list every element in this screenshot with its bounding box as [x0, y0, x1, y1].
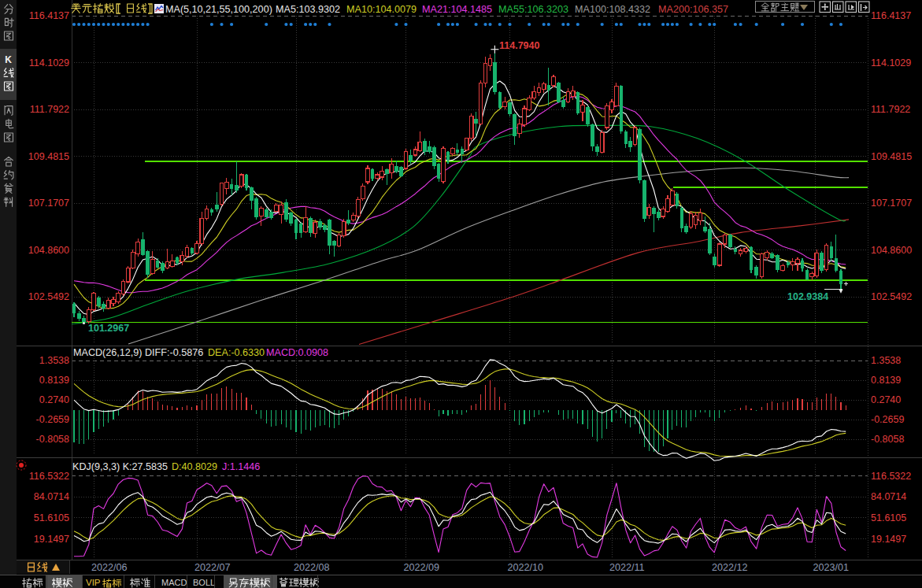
svg-text:0.2740: 0.2740 — [871, 394, 901, 405]
svg-text:2022/10: 2022/10 — [508, 562, 544, 573]
svg-text:MA(5,10,21,55,100,200): MA(5,10,21,55,100,200) — [165, 4, 272, 15]
svg-text:0.8139: 0.8139 — [39, 375, 69, 386]
svg-text:MACD: MACD — [161, 578, 187, 587]
svg-text:51.6105: 51.6105 — [871, 512, 906, 523]
svg-text:19.1497: 19.1497 — [34, 534, 69, 545]
svg-text:116.5322: 116.5322 — [29, 471, 69, 482]
svg-text:2022/07: 2022/07 — [194, 562, 231, 573]
svg-text:116.4137: 116.4137 — [29, 10, 69, 21]
svg-text:104.8600: 104.8600 — [871, 245, 912, 256]
svg-text:BOLL: BOLL — [193, 578, 215, 587]
svg-text:MA55:106.3203: MA55:106.3203 — [498, 4, 568, 15]
svg-text:84.0714: 84.0714 — [871, 491, 906, 502]
svg-text:104.8600: 104.8600 — [28, 245, 69, 256]
svg-text:51.6105: 51.6105 — [34, 512, 69, 523]
svg-text:102.5492: 102.5492 — [871, 291, 912, 302]
svg-text:KDJ(9,3,3) K:27.5835: KDJ(9,3,3) K:27.5835 — [72, 461, 168, 472]
svg-text:DEA:-0.6330: DEA:-0.6330 — [208, 347, 265, 358]
svg-text:-0.2659: -0.2659 — [871, 414, 904, 425]
svg-text:107.1707: 107.1707 — [871, 198, 912, 209]
svg-text:-0.8058: -0.8058 — [36, 434, 69, 445]
svg-text:101.2967: 101.2967 — [88, 323, 129, 334]
svg-text:102.9384: 102.9384 — [787, 291, 828, 302]
svg-text:107.1707: 107.1707 — [28, 198, 69, 209]
svg-text:D:40.8029: D:40.8029 — [172, 461, 217, 472]
svg-text:111.7922: 111.7922 — [871, 104, 910, 115]
svg-text:84.0714: 84.0714 — [34, 491, 69, 502]
svg-text:2022/06: 2022/06 — [91, 562, 128, 573]
svg-text:2022/11: 2022/11 — [609, 562, 645, 573]
svg-text:MA200:106.357: MA200:106.357 — [658, 4, 728, 15]
svg-text:114.7940: 114.7940 — [499, 40, 539, 51]
svg-text:MA100:108.4332: MA100:108.4332 — [575, 4, 650, 15]
svg-text:MA5:103.9302: MA5:103.9302 — [276, 4, 340, 15]
svg-text:102.5492: 102.5492 — [28, 291, 69, 302]
svg-text:116.5322: 116.5322 — [871, 471, 911, 482]
svg-text:-0.2659: -0.2659 — [36, 414, 69, 425]
svg-text:K: K — [5, 54, 12, 65]
svg-text:114.1029: 114.1029 — [871, 57, 911, 68]
svg-text:111.7922: 111.7922 — [30, 104, 69, 115]
svg-text:109.4815: 109.4815 — [28, 151, 69, 162]
svg-text:-0.8058: -0.8058 — [871, 434, 904, 445]
svg-text:109.4815: 109.4815 — [871, 151, 912, 162]
svg-text:2022/08: 2022/08 — [294, 562, 330, 573]
svg-text:MACD:0.0908: MACD:0.0908 — [266, 347, 328, 358]
svg-text:MACD(26,12,9) DIFF:-0.5876: MACD(26,12,9) DIFF:-0.5876 — [73, 347, 203, 358]
svg-text:0.8139: 0.8139 — [871, 375, 901, 386]
svg-text:1.3538: 1.3538 — [39, 355, 69, 366]
svg-text:1.3538: 1.3538 — [871, 355, 901, 366]
svg-text:0.2740: 0.2740 — [39, 394, 69, 405]
svg-text:116.4137: 116.4137 — [871, 10, 911, 21]
svg-text:19.1497: 19.1497 — [871, 534, 906, 545]
svg-text:VIP: VIP — [86, 578, 101, 587]
svg-text:114.1029: 114.1029 — [29, 57, 69, 68]
svg-text:J:1.1446: J:1.1446 — [222, 461, 260, 472]
svg-text:MA21:104.1485: MA21:104.1485 — [422, 4, 492, 15]
svg-text:2022/12: 2022/12 — [712, 562, 748, 573]
svg-text:MA10:104.0079: MA10:104.0079 — [346, 4, 417, 15]
svg-text:2023/01: 2023/01 — [813, 562, 850, 573]
svg-text:2022/09: 2022/09 — [404, 562, 440, 573]
